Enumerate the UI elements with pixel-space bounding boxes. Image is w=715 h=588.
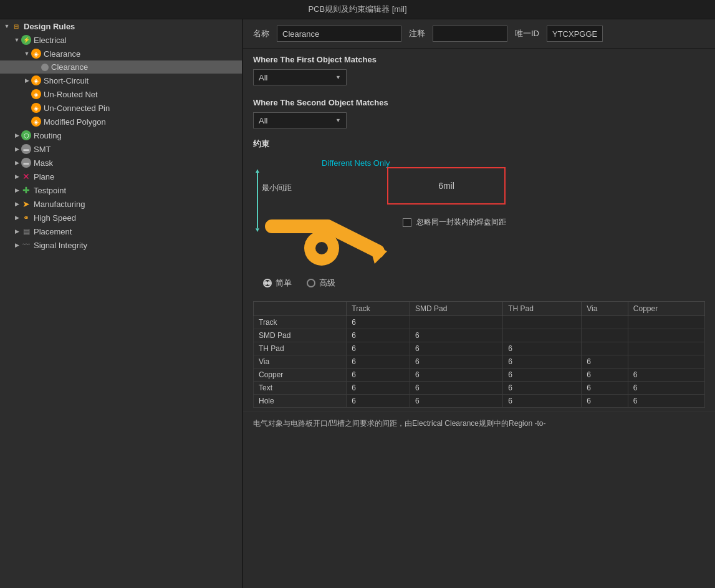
radio-advanced-item[interactable]: 高级 xyxy=(307,277,335,289)
cell-value[interactable]: 6 xyxy=(347,329,410,342)
diff-nets-label: Different Nets Only xyxy=(322,158,390,168)
tree-label-design-rules: Design Rules xyxy=(24,22,75,31)
spacing-value: 6mil xyxy=(438,181,454,191)
chevron-design-rules: ▼ xyxy=(2,22,11,31)
tree-item-un-connected-pin[interactable]: ◈ Un-Connected Pin xyxy=(0,101,242,115)
cell-value[interactable] xyxy=(628,355,704,369)
cell-value[interactable] xyxy=(582,316,628,329)
cell-value[interactable] xyxy=(503,329,582,342)
cell-value[interactable]: 6 xyxy=(410,382,502,395)
second-object-dropdown[interactable]: All ▼ xyxy=(253,112,347,128)
tree-label-mask: Mask xyxy=(34,158,53,168)
cell-value[interactable] xyxy=(628,329,704,342)
radio-simple-item[interactable]: 简单 xyxy=(263,277,292,289)
diagram-area: Different Nets Only 最小间距 ▲ ▼ 6mil xyxy=(253,155,705,270)
cell-value[interactable]: 6 xyxy=(503,342,582,355)
cell-value[interactable]: 6 xyxy=(410,369,502,382)
bottom-info: 电气对象与电路板开口/凹槽之间要求的间距，由Electrical Clearan… xyxy=(243,412,715,435)
chevron-high-speed: ▶ xyxy=(12,213,21,222)
cell-value[interactable]: 6 xyxy=(410,329,502,342)
row-label: Track xyxy=(254,316,347,329)
tree-label-short-circuit: Short-Circuit xyxy=(44,76,89,85)
tree-label-high-speed: High Speed xyxy=(34,213,76,223)
chevron-modified-polygon xyxy=(22,117,31,126)
comment-input[interactable] xyxy=(433,26,507,42)
cell-value[interactable]: 6 xyxy=(347,395,410,408)
tree-item-un-routed-net[interactable]: ◈ Un-Routed Net xyxy=(0,87,242,101)
tree-item-placement[interactable]: ▶ ▤ Placement xyxy=(0,224,242,238)
tree-item-high-speed[interactable]: ▶ ⚭ High Speed xyxy=(0,211,242,224)
cell-value[interactable]: 6 xyxy=(582,382,628,395)
cell-value[interactable] xyxy=(503,316,582,329)
tree-item-signal-integrity[interactable]: ▶ 〰 Signal Integrity xyxy=(0,238,242,252)
cell-value[interactable]: 6 xyxy=(503,369,582,382)
high-speed-icon: ⚭ xyxy=(21,213,31,223)
title-bar: PCB规则及约束编辑器 [mil] xyxy=(0,0,715,19)
table-row: Copper66666 xyxy=(254,369,705,382)
tree-item-routing[interactable]: ▶ ⬡ Routing xyxy=(0,128,242,142)
second-object-row: All ▼ xyxy=(253,112,705,128)
row-label: Via xyxy=(254,355,347,369)
signal-integrity-icon: 〰 xyxy=(21,240,31,250)
chevron-clearance-group: ▼ xyxy=(22,49,31,58)
chevron-un-routed-net xyxy=(22,90,31,99)
tree-item-electrical[interactable]: ▼ ⚡ Electrical xyxy=(0,33,242,47)
col-header-via: Via xyxy=(582,302,628,316)
col-header-smd-pad: SMD Pad xyxy=(410,302,502,316)
tree-item-smt[interactable]: ▶ ▬ SMT xyxy=(0,142,242,156)
cell-value[interactable]: 6 xyxy=(503,395,582,408)
second-object-dropdown-arrow: ▼ xyxy=(335,117,341,123)
cell-value[interactable] xyxy=(628,316,704,329)
tree-item-testpoint[interactable]: ▶ ✚ Testpoint xyxy=(0,183,242,197)
radio-simple-btn[interactable] xyxy=(263,279,272,287)
tree-item-clearance[interactable]: Clearance xyxy=(0,60,242,74)
clearance-group-icon: ◈ xyxy=(31,49,41,59)
tree-item-design-rules[interactable]: ▼ ⊟ Design Rules xyxy=(0,19,242,33)
tree-label-testpoint: Testpoint xyxy=(34,186,66,195)
name-input[interactable] xyxy=(277,26,401,42)
tree-label-plane: Plane xyxy=(34,172,54,181)
short-circuit-icon: ◈ xyxy=(31,75,41,85)
cell-value[interactable] xyxy=(582,342,628,355)
tree-label-un-routed-net: Un-Routed Net xyxy=(44,90,98,99)
cell-value[interactable] xyxy=(410,316,502,329)
cell-value[interactable]: 6 xyxy=(628,395,704,408)
cell-value[interactable]: 6 xyxy=(582,355,628,369)
cell-value[interactable]: 6 xyxy=(582,369,628,382)
un-connected-pin-icon: ◈ xyxy=(31,103,41,113)
cell-value[interactable]: 6 xyxy=(410,395,502,408)
manufacturing-icon: ➤ xyxy=(21,199,31,209)
cell-value[interactable]: 6 xyxy=(628,369,704,382)
radio-advanced-btn[interactable] xyxy=(307,279,315,287)
first-object-dropdown[interactable]: All ▼ xyxy=(253,69,347,85)
main-container: ▼ ⊟ Design Rules ▼ ⚡ Electrical ▼ ◈ Clea… xyxy=(0,19,715,588)
col-header-th-pad: TH Pad xyxy=(503,302,582,316)
routing-icon: ⬡ xyxy=(21,130,31,140)
cell-value[interactable]: 6 xyxy=(347,355,410,369)
cell-value[interactable]: 6 xyxy=(410,355,502,369)
tree-item-mask[interactable]: ▶ ▬ Mask xyxy=(0,156,242,170)
cell-value[interactable] xyxy=(628,342,704,355)
cell-value[interactable]: 6 xyxy=(347,369,410,382)
tree-label-modified-polygon: Modified Polygon xyxy=(44,117,106,127)
cell-value[interactable]: 6 xyxy=(347,316,410,329)
cell-value[interactable]: 6 xyxy=(410,342,502,355)
tree-label-clearance-group: Clearance xyxy=(44,49,80,59)
cell-value[interactable] xyxy=(582,329,628,342)
cell-value[interactable]: 6 xyxy=(503,355,582,369)
tree-item-clearance-group[interactable]: ▼ ◈ Clearance xyxy=(0,47,242,60)
tree-item-plane[interactable]: ▶ ✕ Plane xyxy=(0,170,242,183)
clearance-icon xyxy=(41,64,49,71)
bottom-info-text: 电气对象与电路板开口/凹槽之间要求的间距，由Electrical Clearan… xyxy=(253,419,545,428)
tree-item-short-circuit[interactable]: ▶ ◈ Short-Circuit xyxy=(0,74,242,87)
cell-value[interactable]: 6 xyxy=(347,342,410,355)
cell-value[interactable]: 6 xyxy=(347,382,410,395)
ignore-checkbox[interactable] xyxy=(403,218,411,227)
cell-value[interactable]: 6 xyxy=(628,382,704,395)
cell-value[interactable]: 6 xyxy=(503,382,582,395)
second-object-section: Where The Second Object Matches All ▼ xyxy=(243,92,715,135)
tree-item-manufacturing[interactable]: ▶ ➤ Manufacturing xyxy=(0,197,242,211)
chevron-electrical: ▼ xyxy=(12,36,21,44)
tree-item-modified-polygon[interactable]: ◈ Modified Polygon xyxy=(0,115,242,128)
cell-value[interactable]: 6 xyxy=(582,395,628,408)
